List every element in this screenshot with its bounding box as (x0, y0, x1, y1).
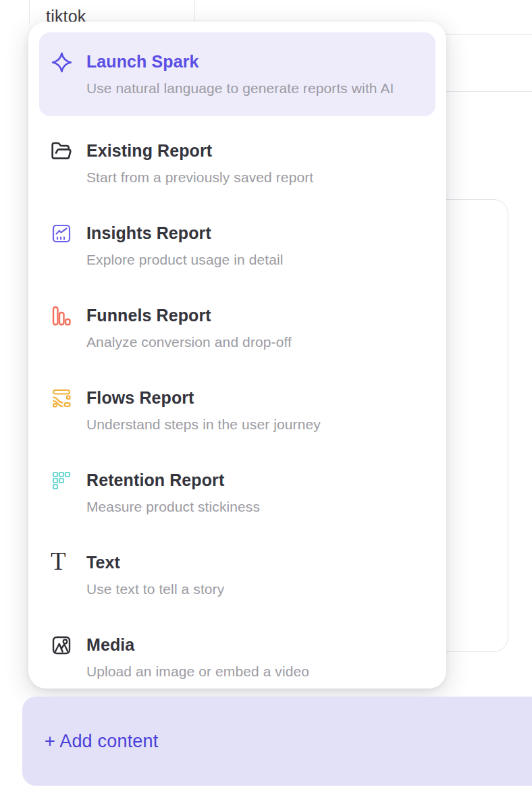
text-icon: T (51, 552, 74, 572)
table-column-divider (194, 0, 195, 24)
add-content-menu: Launch Spark Use natural language to gen… (28, 22, 446, 688)
retention-grid-icon (51, 470, 74, 491)
menu-item-title: Text (86, 551, 224, 574)
flows-icon (51, 387, 74, 409)
media-image-icon (51, 634, 74, 656)
spark-icon (51, 51, 74, 74)
menu-item-description: Use natural language to generate reports… (86, 77, 394, 100)
folder-open-icon (51, 140, 74, 162)
background-row-divider (442, 34, 532, 35)
funnels-bars-icon (51, 305, 74, 327)
menu-item-description: Explore product usage in detail (86, 248, 283, 271)
menu-item-title: Funnels Report (86, 304, 292, 327)
menu-item-title: Flows Report (86, 386, 321, 409)
insights-chart-icon (51, 223, 74, 244)
menu-item-title: Launch Spark (86, 50, 394, 73)
menu-item-existing-report[interactable]: Existing Report Start from a previously … (51, 139, 435, 189)
menu-item-description: Use text to tell a story (86, 578, 224, 601)
menu-item-text[interactable]: T Text Use text to tell a story (51, 551, 435, 601)
menu-item-title: Retention Report (86, 468, 260, 491)
menu-item-title: Insights Report (86, 221, 283, 244)
menu-item-insights-report[interactable]: Insights Report Explore product usage in… (51, 221, 435, 271)
screen: tiktok Launch Spark Use natural language… (0, 0, 532, 810)
table-column-divider (29, 0, 30, 23)
menu-item-funnels-report[interactable]: Funnels Report Analyze conversion and dr… (51, 304, 435, 354)
menu-item-flows-report[interactable]: Flows Report Understand steps in the use… (51, 386, 435, 436)
add-content-label: + Add content (45, 731, 159, 752)
menu-item-title: Media (86, 633, 309, 656)
menu-item-media[interactable]: Media Upload an image or embed a video (51, 633, 435, 683)
menu-item-description: Start from a previously saved report (86, 166, 313, 189)
menu-item-description: Understand steps in the user journey (86, 413, 321, 436)
menu-item-retention-report[interactable]: Retention Report Measure product stickin… (51, 468, 435, 518)
menu-item-launch-spark[interactable]: Launch Spark Use natural language to gen… (39, 32, 435, 116)
menu-item-description: Upload an image or embed a video (86, 660, 309, 683)
menu-item-description: Measure product stickiness (86, 495, 260, 518)
add-content-button[interactable]: + Add content (22, 697, 532, 786)
background-row-divider (442, 91, 532, 92)
menu-item-description: Analyze conversion and drop-off (86, 331, 292, 354)
menu-item-title: Existing Report (86, 139, 313, 162)
